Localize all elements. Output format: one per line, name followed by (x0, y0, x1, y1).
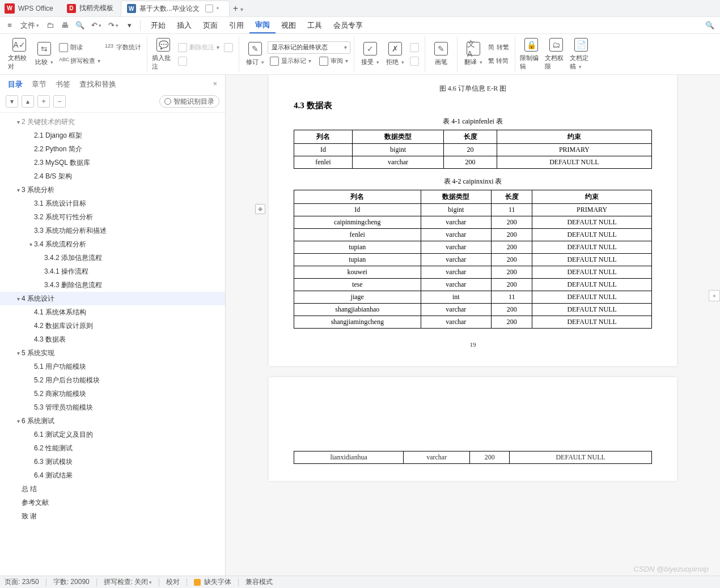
outline-item[interactable]: 总 结 (0, 482, 225, 496)
menu-视图[interactable]: 视图 (276, 18, 302, 33)
outline-item[interactable]: 2.4 B/S 架构 (0, 169, 225, 183)
tab-outline[interactable]: 目录 (8, 79, 23, 90)
accept-button[interactable]: ✓接受 ▾ (358, 41, 383, 67)
tab-find-replace[interactable]: 查找和替换 (79, 79, 116, 90)
outline-item[interactable]: ▾3 系统分析 (0, 183, 225, 197)
outline-item[interactable]: 6.2 性能测试 (0, 441, 225, 455)
outline-item[interactable]: 参考文献 (0, 496, 225, 509)
word-count[interactable]: 字数: 20090 (53, 577, 90, 587)
spell-check-button[interactable]: ABC拼写检查▾ (57, 55, 103, 67)
tab-sections[interactable]: 章节 (32, 79, 46, 90)
doc-final-button[interactable]: 📄文档定稿 ▾ (569, 37, 594, 72)
menu-icon[interactable]: ≡ (3, 19, 16, 32)
more-icon[interactable]: ▾ (123, 19, 135, 32)
outline-item[interactable]: 3.4.2 添加信息流程 (0, 251, 225, 265)
outline-item[interactable]: 4.2 数据库设计原则 (0, 319, 225, 333)
insert-comment-button[interactable]: 💬插入批注 (151, 37, 176, 72)
app-name: WPS Office (18, 5, 53, 12)
outline-tree[interactable]: ▾2 关键技术的研究2.1 Django 框架2.2 Python 简介2.3 … (0, 113, 225, 576)
outline-item[interactable]: 2.2 Python 简介 (0, 142, 225, 156)
outline-item[interactable]: ▾2 关键技术的研究 (0, 115, 225, 129)
outline-item[interactable]: ▾5 系统实现 (0, 346, 225, 360)
redo-icon[interactable]: ↷▾ (106, 19, 121, 32)
page-indicator[interactable]: 页面: 23/50 (5, 577, 39, 587)
outline-item[interactable]: 6.1 测试定义及目的 (0, 428, 225, 441)
outline-item[interactable]: 5.2 用户后台功能模块 (0, 373, 225, 387)
outline-item[interactable]: 4.3 数据表 (0, 333, 225, 346)
remove-button[interactable]: − (53, 95, 66, 108)
outline-item[interactable]: 2.1 Django 框架 (0, 129, 225, 142)
scroll-add-button[interactable]: + (709, 290, 720, 301)
outline-item[interactable]: 5.3 管理员功能模块 (0, 400, 225, 414)
outline-item[interactable]: ▾6 系统测试 (0, 414, 225, 428)
doc-proof-button[interactable]: A✓文档校对 (7, 37, 32, 72)
watermark: CSDN @biyezuopinvip (634, 565, 709, 573)
add-button[interactable]: + (37, 95, 50, 108)
smart-toc-button[interactable]: 智能识别目录 (159, 95, 219, 108)
reject-button[interactable]: ✗拒绝 ▾ (383, 41, 408, 67)
outline-item[interactable]: 2.3 MySQL 数据库 (0, 156, 225, 169)
template-icon: D (67, 4, 76, 13)
print-icon[interactable]: 🖶 (58, 19, 71, 32)
ribbon: A✓文档校对 ⇆比较 ▾ 朗读 ABC拼写检查▾ 123字数统计 💬插入批注 删… (0, 34, 720, 75)
restrict-edit-button[interactable]: 🔒限制编辑 (519, 37, 544, 72)
read-aloud-button[interactable]: 朗读 (57, 41, 103, 54)
simp-to-trad-button[interactable]: 繁 转简 (486, 55, 511, 67)
tab-state-icon (205, 5, 213, 12)
outline-item[interactable]: 6.4 测试结果 (0, 468, 225, 482)
tab-bookmarks[interactable]: 书签 (56, 79, 70, 90)
preview-icon[interactable]: 🔍 (73, 19, 87, 32)
undo-icon[interactable]: ↶▾ (89, 19, 104, 32)
document-area[interactable]: ✥ 图 4.6 订单信息 E-R 图 4.3 数据表 表 4-1 caipinf… (226, 75, 720, 576)
collapse-button[interactable]: ▾ (6, 95, 18, 108)
menu-页面[interactable]: 页面 (197, 18, 223, 33)
menu-会员专享[interactable]: 会员专享 (328, 18, 369, 33)
tab-find-templates[interactable]: D 找稻壳模板 (61, 1, 119, 16)
compat-mode[interactable]: 兼容模式 (245, 577, 273, 587)
review-pane-button[interactable]: 审阅▾ (317, 55, 350, 67)
spell-status[interactable]: 拼写检查: 关闭▾ (104, 577, 153, 587)
proof-status[interactable]: 校对 (166, 577, 180, 587)
up-button[interactable]: ▴ (22, 95, 34, 108)
track-changes-button[interactable]: ✎修订 ▾ (243, 41, 268, 67)
markup-display-combo[interactable]: 显示标记的最终状态 (268, 41, 350, 54)
compare-button[interactable]: ⇆比较 ▾ (32, 41, 57, 67)
prev-change-button (408, 41, 421, 54)
file-menu[interactable]: 文件▾ (18, 19, 41, 32)
search-icon[interactable]: 🔍 (703, 19, 717, 32)
outline-item[interactable]: ▾3.4 系统流程分析 (0, 237, 225, 251)
outline-item[interactable]: 3.3 系统功能分析和描述 (0, 224, 225, 237)
outline-item[interactable]: 3.4.1 操作流程 (0, 265, 225, 278)
menu-审阅[interactable]: 审阅 (249, 18, 276, 33)
word-count-button[interactable]: 123字数统计 (103, 41, 143, 54)
close-icon[interactable]: • (217, 5, 223, 12)
outline-item[interactable]: 4.1 系统体系结构 (0, 305, 225, 319)
missing-font[interactable]: 缺失字体 (204, 577, 231, 587)
outline-item[interactable]: 5.2 商家功能模块 (0, 387, 225, 400)
show-marks-button[interactable]: 显示标记▾ (268, 55, 314, 67)
table-anchor-icon[interactable]: ✥ (255, 204, 265, 214)
doc-permission-button[interactable]: 🗂文档权限 (544, 37, 569, 72)
outline-item[interactable]: 3.1 系统设计目标 (0, 197, 225, 210)
group-accept: ✓接受 ▾ ✗拒绝 ▾ (354, 36, 425, 72)
tab-document[interactable]: W 基于大数...毕业论文 • (121, 1, 230, 16)
outline-item[interactable]: ▾4 系统设计 (0, 292, 225, 305)
menu-插入[interactable]: 插入 (171, 18, 197, 33)
trad-to-simp-button[interactable]: 简转繁 (486, 41, 511, 54)
page-19: ✥ 图 4.6 订单信息 E-R 图 4.3 数据表 表 4-1 caipinf… (269, 75, 677, 366)
menu-引用[interactable]: 引用 (223, 18, 249, 33)
outline-item[interactable]: 致 谢 (0, 509, 225, 523)
translate-button[interactable]: 文A翻译 ▾ (461, 41, 486, 67)
new-tab-button[interactable]: +▾ (231, 3, 245, 14)
table-caption-1: 表 4-1 caipinfenlei 表 (294, 117, 652, 126)
menu-开始[interactable]: 开始 (145, 18, 171, 33)
menu-工具[interactable]: 工具 (302, 18, 328, 33)
outline-item[interactable]: 3.4.3 删除信息流程 (0, 278, 225, 292)
outline-item[interactable]: 5.1 用户功能模块 (0, 360, 225, 373)
outline-item[interactable]: 3.2 系统可行性分析 (0, 210, 225, 224)
ink-button[interactable]: ✎画笔 (429, 41, 454, 67)
app-logo-icon: W (5, 3, 15, 14)
outline-item[interactable]: 6.3 测试模块 (0, 455, 225, 468)
save-icon[interactable]: 🗀 (44, 19, 56, 32)
close-pane-icon[interactable]: × (213, 79, 217, 90)
